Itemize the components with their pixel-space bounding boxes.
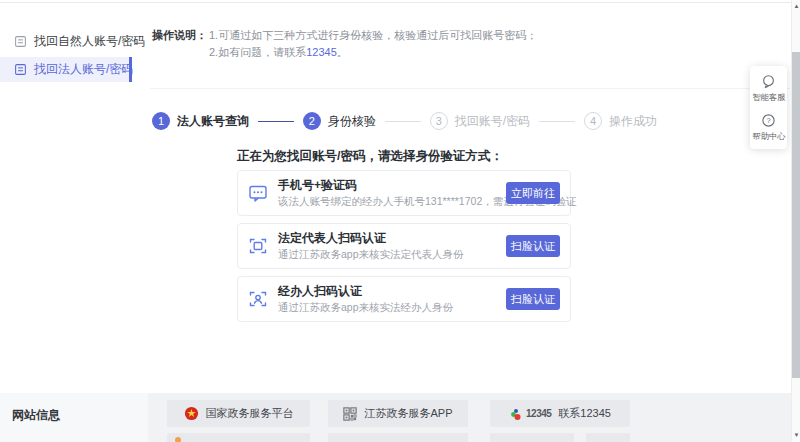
footer-link-stub[interactable] bbox=[167, 433, 310, 442]
sidebar: 找回自然人账号/密码 找回法人账号/密码 bbox=[0, 30, 132, 82]
footer-link-jiangsu-app[interactable]: 江苏政务服务APP bbox=[328, 400, 468, 427]
step-recover-password: 3 找回账号/密码 bbox=[430, 112, 530, 130]
customer-service-icon bbox=[761, 74, 776, 89]
sms-icon bbox=[248, 183, 268, 203]
qr-code-icon bbox=[343, 407, 357, 421]
scrollbar-thumb[interactable] bbox=[792, 52, 800, 378]
step-number: 4 bbox=[584, 112, 602, 130]
operation-instructions: 操作说明： 1.可通过如下三种方式进行身份核验，核验通过后可找回账号密码； 2.… bbox=[152, 27, 537, 61]
12345-logo: 12345 bbox=[509, 406, 551, 422]
step-identity-verify: 2 身份核验 bbox=[303, 112, 376, 130]
content-divider bbox=[150, 88, 790, 89]
step-connector bbox=[385, 121, 421, 122]
step-success: 4 操作成功 bbox=[584, 112, 657, 130]
hotline-12345-link[interactable]: 12345 bbox=[306, 46, 337, 58]
footer-link-national-platform[interactable]: 国家政务服务平台 bbox=[167, 400, 310, 427]
sidebar-item-label: 找回自然人账号/密码 bbox=[34, 33, 145, 50]
12345-logo-text: 12345 bbox=[526, 408, 551, 419]
document-icon bbox=[14, 63, 27, 76]
instruction-line-2: 2.如有问题，请联系12345。 bbox=[209, 44, 537, 61]
step-connector bbox=[258, 121, 294, 122]
widget-label: 帮助中心 bbox=[752, 131, 785, 143]
method-card-legal-rep-scan: 法定代表人扫码认证 通过江苏政务app来核实法定代表人身份 扫脸认证 bbox=[237, 223, 571, 269]
document-icon bbox=[14, 35, 27, 48]
top-divider bbox=[0, 2, 800, 3]
stub-icon bbox=[175, 437, 181, 442]
step-number: 1 bbox=[152, 112, 170, 130]
go-now-button[interactable]: 立即前往 bbox=[506, 182, 560, 204]
national-emblem-icon bbox=[184, 406, 199, 421]
method-card-agent-scan: 经办人扫码认证 通过江苏政务app来核实法经办人身份 扫脸认证 bbox=[237, 276, 571, 322]
progress-stepper: 1 法人账号查询 2 身份核验 3 找回账号/密码 4 操作成功 bbox=[152, 112, 657, 130]
help-center[interactable]: ? 帮助中心 bbox=[751, 113, 787, 143]
step-number: 2 bbox=[303, 112, 321, 130]
footer-link-label: 联系12345 bbox=[558, 406, 611, 421]
face-verify-button[interactable]: 扫脸认证 bbox=[506, 235, 560, 257]
verify-method-list: 手机号+验证码 该法人账号绑定的经办人手机号131****1702，需进行验证码… bbox=[237, 170, 571, 329]
method-title: 经办人扫码认证 bbox=[278, 284, 506, 298]
scroll-up-arrow[interactable]: ▲ bbox=[792, 2, 800, 10]
agent-scan-icon bbox=[248, 289, 268, 309]
method-desc: 该法人账号绑定的经办人手机号131****1702，需进行验证码验证 bbox=[278, 195, 506, 209]
footer-link-stub[interactable] bbox=[490, 433, 574, 442]
sidebar-item-label: 找回法人账号/密码 bbox=[34, 61, 133, 78]
smart-customer-service[interactable]: 智能客服 bbox=[751, 74, 787, 104]
sidebar-item-natural-person[interactable]: 找回自然人账号/密码 bbox=[0, 30, 132, 53]
step-number: 3 bbox=[430, 112, 448, 130]
footer-link-label: 江苏政务服务APP bbox=[364, 406, 452, 421]
footer-link-stub[interactable] bbox=[328, 433, 468, 442]
footer: 网站信息 国家政务服务平台 江苏政务服务APP 12345 联系12345 bbox=[0, 393, 800, 442]
footer-link-contact-12345[interactable]: 12345 联系12345 bbox=[490, 400, 630, 427]
footer-link-stub[interactable] bbox=[586, 433, 630, 442]
footer-link-label: 国家政务服务平台 bbox=[206, 406, 294, 421]
legal-rep-scan-icon bbox=[248, 236, 268, 256]
step-label: 法人账号查询 bbox=[177, 113, 249, 130]
sidebar-item-legal-person[interactable]: 找回法人账号/密码 bbox=[0, 57, 132, 82]
step-label: 找回账号/密码 bbox=[455, 113, 530, 130]
instructions-title: 操作说明： bbox=[152, 27, 207, 61]
footer-title: 网站信息 bbox=[12, 407, 60, 424]
svg-text:?: ? bbox=[766, 116, 770, 125]
vertical-scrollbar[interactable]: ▲ ▼ bbox=[791, 0, 800, 442]
instruction-line-1: 1.可通过如下三种方式进行身份核验，核验通过后可找回账号密码； bbox=[209, 27, 537, 44]
step-legal-account-query: 1 法人账号查询 bbox=[152, 112, 249, 130]
step-label: 操作成功 bbox=[609, 113, 657, 130]
step-connector bbox=[539, 121, 575, 122]
method-card-sms: 手机号+验证码 该法人账号绑定的经办人手机号131****1702，需进行验证码… bbox=[237, 170, 571, 216]
verify-method-heading: 正在为您找回账号/密码，请选择身份验证方式： bbox=[237, 148, 503, 165]
method-title: 手机号+验证码 bbox=[278, 178, 506, 192]
method-desc: 通过江苏政务app来核实法经办人身份 bbox=[278, 301, 506, 315]
scroll-down-arrow[interactable]: ▼ bbox=[792, 431, 800, 439]
help-icon: ? bbox=[761, 113, 776, 128]
method-desc: 通过江苏政务app来核实法定代表人身份 bbox=[278, 248, 506, 262]
step-label: 身份核验 bbox=[328, 113, 376, 130]
floating-help-widget: 智能客服 ? 帮助中心 bbox=[750, 66, 787, 149]
method-title: 法定代表人扫码认证 bbox=[278, 231, 506, 245]
widget-label: 智能客服 bbox=[752, 92, 785, 104]
face-verify-button[interactable]: 扫脸认证 bbox=[506, 288, 560, 310]
